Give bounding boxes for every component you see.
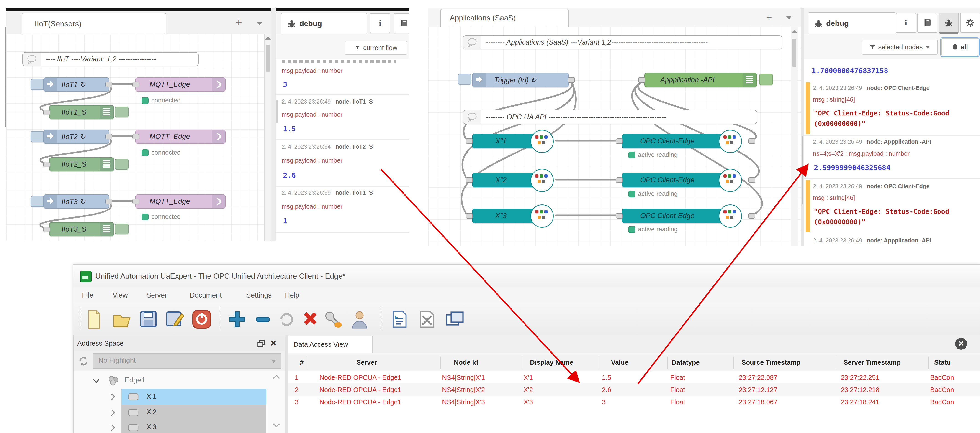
scrollbar-thumb[interactable]: [266, 44, 270, 72]
column-divider[interactable]: [733, 357, 734, 369]
tree-row-x1[interactable]: X'1: [121, 389, 266, 405]
mqtt-node[interactable]: MQTT_Edge: [135, 78, 226, 92]
col-datatype[interactable]: Datatype: [672, 359, 700, 366]
properties-button[interactable]: [323, 309, 344, 330]
user-button[interactable]: [350, 309, 370, 330]
document-report-button[interactable]: [391, 309, 409, 329]
inject-node-iiot2[interactable]: IIoT2 ↻: [43, 130, 109, 144]
output-port[interactable]: [748, 213, 755, 219]
output-port[interactable]: [568, 77, 575, 82]
column-divider[interactable]: [667, 357, 668, 369]
debug-filter-button[interactable]: current flow: [345, 41, 407, 55]
tab-data-access-view[interactable]: Data Access View: [288, 336, 373, 353]
column-divider[interactable]: [599, 357, 599, 369]
menu-help[interactable]: Help: [285, 291, 299, 299]
chevron-down-icon[interactable]: [92, 378, 100, 384]
tree-row-x3[interactable]: X'3: [146, 423, 156, 431]
col-nodeid[interactable]: Node Id: [454, 359, 478, 366]
delete-button[interactable]: [300, 309, 320, 329]
windows-button[interactable]: [445, 310, 465, 328]
col-statuscode[interactable]: Statu: [934, 359, 951, 366]
table-row[interactable]: 3 Node-RED OPCUA - Edge1 NS4|String|X'3 …: [288, 396, 980, 408]
sensor-node-iiot2s[interactable]: IIoT2_S: [49, 157, 114, 171]
input-port[interactable]: [466, 177, 473, 183]
scroll-up-icon[interactable]: [265, 36, 271, 40]
info-button[interactable]: i: [896, 13, 916, 33]
col-source-timestamp[interactable]: Source Timestamp: [741, 359, 800, 366]
output-port[interactable]: [105, 199, 112, 204]
chevron-right-icon[interactable]: [110, 409, 116, 417]
highlight-dropdown[interactable]: No Highlight: [93, 353, 281, 369]
menu-server[interactable]: Server: [146, 291, 167, 299]
tree-row-x2[interactable]: X'2: [146, 408, 156, 416]
clear-all-button[interactable]: all: [942, 38, 978, 56]
mqtt-node[interactable]: MQTT_Edge: [135, 130, 226, 144]
canvas-scrollbar[interactable]: [791, 27, 798, 246]
sensor-node-iiot1s[interactable]: IIoT1_S: [49, 105, 114, 119]
gear-button[interactable]: [960, 13, 980, 33]
add-flow-button[interactable]: +: [235, 17, 242, 28]
inject-button[interactable]: [30, 131, 44, 142]
col-displayname[interactable]: Display Name: [530, 359, 573, 366]
input-port[interactable]: [132, 134, 139, 139]
inject-button[interactable]: [458, 74, 471, 85]
sensor-node-button[interactable]: [115, 106, 129, 117]
flow-canvas[interactable]: -------- Applications (SaaS) ---Variant …: [428, 27, 801, 246]
menu-settings[interactable]: Settings: [246, 291, 272, 299]
tab-applications-saas[interactable]: Applications (SaaS): [440, 9, 569, 27]
save-as-button[interactable]: [165, 309, 185, 329]
column-divider[interactable]: [928, 357, 929, 369]
add-flow-button[interactable]: +: [766, 12, 772, 22]
flow-menu-caret-icon[interactable]: [256, 21, 263, 26]
output-port[interactable]: [105, 134, 112, 139]
tab-debug[interactable]: debug: [808, 12, 896, 35]
col-server[interactable]: Server: [356, 359, 377, 366]
comment-node-opcua-api[interactable]: -------- OPC UA API --------------------…: [463, 110, 757, 124]
divider-scroll-thumb[interactable]: [802, 136, 803, 204]
input-port[interactable]: [638, 77, 645, 82]
col-number[interactable]: #: [300, 359, 304, 366]
inject-button[interactable]: [30, 79, 44, 90]
input-port[interactable]: [466, 138, 473, 144]
sensor-node-button[interactable]: [115, 224, 129, 235]
debug-filter-button[interactable]: selected nodes: [862, 40, 938, 55]
close-dav-button[interactable]: ✕: [955, 338, 967, 350]
chevron-right-icon[interactable]: [110, 393, 116, 401]
remove-button[interactable]: [253, 309, 272, 329]
column-divider[interactable]: [522, 357, 522, 369]
inject-node-iiot3[interactable]: IIoT3 ↻: [43, 194, 109, 209]
input-port[interactable]: [43, 162, 50, 167]
scrollbar-thumb[interactable]: [792, 39, 796, 67]
mqtt-node[interactable]: MQTT_Edge: [135, 194, 226, 209]
column-divider[interactable]: [307, 357, 307, 369]
flow-canvas[interactable]: ---- IIoT ----Variant: 1,2 -------------…: [6, 34, 271, 241]
input-port[interactable]: [43, 227, 50, 232]
book-button[interactable]: [917, 13, 937, 33]
comment-node-iiot[interactable]: ---- IIoT ----Variant: 1,2 -------------…: [22, 52, 199, 66]
info-button[interactable]: i: [370, 13, 390, 33]
titlebar[interactable]: Unified Automation UaExpert - The OPC Un…: [73, 265, 980, 287]
canvas-scrollbar[interactable]: [264, 34, 271, 241]
address-space-header[interactable]: Address Space ✕: [73, 335, 286, 352]
debug-sidebar-button[interactable]: [939, 13, 959, 34]
quit-button[interactable]: [191, 309, 212, 330]
input-port[interactable]: [616, 177, 623, 183]
panel-divider[interactable]: [271, 8, 276, 241]
column-divider[interactable]: [440, 357, 441, 369]
dock-divider[interactable]: [285, 335, 288, 433]
close-panel-icon[interactable]: ✕: [270, 338, 277, 348]
input-port[interactable]: [616, 138, 623, 144]
flow-menu-caret-icon[interactable]: [786, 16, 792, 20]
new-document-button[interactable]: [87, 308, 102, 330]
input-port[interactable]: [466, 213, 473, 219]
column-divider[interactable]: [835, 357, 835, 369]
scroll-down-icon[interactable]: [272, 422, 280, 428]
document-cancel-button[interactable]: [418, 309, 436, 329]
table-row[interactable]: 1 Node-RED OPCUA - Edge1 NS4|String|X'1 …: [288, 371, 980, 383]
output-port[interactable]: [748, 177, 755, 183]
output-port[interactable]: [105, 82, 112, 87]
scroll-up-icon[interactable]: [792, 30, 797, 33]
save-button[interactable]: [138, 309, 158, 329]
tab-debug[interactable]: debug: [281, 13, 367, 35]
inject-node-iiot1[interactable]: IIoT1 ↻: [43, 78, 109, 92]
